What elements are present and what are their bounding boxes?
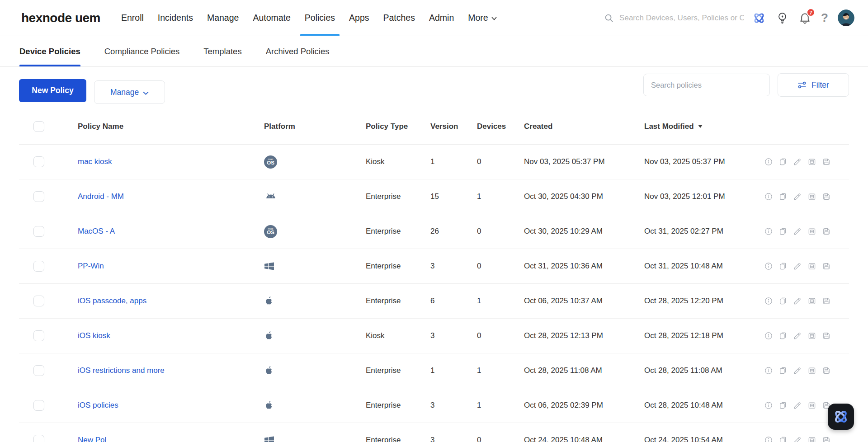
- policy-name-link[interactable]: iOS restrictions and more: [78, 366, 165, 375]
- global-search-input[interactable]: [619, 14, 744, 23]
- edit-pencil-icon[interactable]: [793, 157, 802, 166]
- nav-item-automate[interactable]: Automate: [253, 0, 290, 36]
- column-header-created[interactable]: Created: [524, 122, 644, 131]
- versions-icon[interactable]: [807, 366, 816, 375]
- hexnode-uem-logo[interactable]: hexnode uem: [21, 11, 100, 25]
- nav-item-enroll[interactable]: Enroll: [121, 0, 144, 36]
- new-policy-button[interactable]: New Policy: [19, 79, 86, 102]
- edit-pencil-icon[interactable]: [793, 262, 802, 271]
- policy-name-link[interactable]: MacOS - A: [78, 227, 115, 235]
- copy-icon[interactable]: [778, 157, 788, 166]
- nav-item-policies[interactable]: Policies: [305, 0, 335, 36]
- filter-button[interactable]: Filter: [778, 73, 849, 97]
- info-icon[interactable]: [764, 296, 773, 306]
- row-checkbox[interactable]: [33, 226, 44, 237]
- whats-new-bulb-icon[interactable]: [776, 11, 789, 24]
- policy-name-link[interactable]: iOS passcode, apps: [78, 296, 146, 305]
- info-icon[interactable]: [764, 331, 773, 340]
- save-icon[interactable]: [822, 366, 831, 375]
- edit-pencil-icon[interactable]: [793, 192, 802, 201]
- platform-cell: [264, 296, 366, 306]
- versions-icon[interactable]: [807, 436, 816, 442]
- info-icon[interactable]: [764, 192, 773, 201]
- policy-name-link[interactable]: mac kiosk: [78, 157, 112, 166]
- column-header-platform[interactable]: Platform: [264, 122, 366, 131]
- versions-icon[interactable]: [807, 227, 816, 236]
- versions-icon[interactable]: [807, 262, 816, 271]
- info-icon[interactable]: [764, 436, 773, 442]
- copy-icon[interactable]: [778, 436, 788, 442]
- policy-name-link[interactable]: Android - MM: [78, 192, 124, 201]
- tab-archived-policies[interactable]: Archived Policies: [266, 36, 330, 66]
- info-icon[interactable]: [764, 157, 773, 166]
- info-icon[interactable]: [764, 262, 773, 271]
- tab-device-policies[interactable]: Device Policies: [19, 36, 80, 66]
- row-checkbox[interactable]: [33, 365, 44, 376]
- versions-icon[interactable]: [807, 296, 816, 306]
- nav-item-admin[interactable]: Admin: [429, 0, 454, 36]
- devices-cell: 1: [477, 192, 524, 201]
- user-avatar[interactable]: [838, 9, 854, 26]
- copy-icon[interactable]: [778, 331, 788, 340]
- notifications-bell-icon[interactable]: 7: [798, 11, 811, 24]
- nav-item-patches[interactable]: Patches: [383, 0, 415, 36]
- row-checkbox[interactable]: [33, 191, 44, 202]
- copy-icon[interactable]: [778, 262, 788, 271]
- info-icon[interactable]: [764, 366, 773, 375]
- column-header-last-modified[interactable]: Last Modified: [644, 122, 757, 131]
- row-checkbox[interactable]: [33, 400, 44, 411]
- row-checkbox[interactable]: [33, 435, 44, 442]
- select-all-checkbox[interactable]: [33, 121, 44, 132]
- row-checkbox[interactable]: [33, 296, 44, 306]
- policy-name-link[interactable]: New Pol: [78, 436, 106, 442]
- row-checkbox[interactable]: [33, 261, 44, 272]
- copy-icon[interactable]: [778, 192, 788, 201]
- edit-pencil-icon[interactable]: [793, 436, 802, 442]
- copy-icon[interactable]: [778, 227, 788, 236]
- policy-type-cell: Enterprise: [366, 262, 430, 271]
- column-header-policy-name[interactable]: Policy Name: [78, 122, 264, 131]
- row-checkbox[interactable]: [33, 330, 44, 341]
- table-header-row: Policy Name Platform Policy Type Version…: [19, 108, 849, 145]
- edit-pencil-icon[interactable]: [793, 331, 802, 340]
- save-icon[interactable]: [822, 157, 831, 166]
- copy-icon[interactable]: [778, 401, 788, 410]
- versions-icon[interactable]: [807, 157, 816, 166]
- row-checkbox[interactable]: [33, 156, 44, 167]
- nav-item-manage[interactable]: Manage: [207, 0, 239, 36]
- save-icon[interactable]: [822, 331, 831, 340]
- edit-pencil-icon[interactable]: [793, 401, 802, 410]
- column-header-version[interactable]: Version: [430, 122, 477, 131]
- save-icon[interactable]: [822, 192, 831, 201]
- versions-icon[interactable]: [807, 331, 816, 340]
- save-icon[interactable]: [822, 436, 831, 442]
- info-icon[interactable]: [764, 227, 773, 236]
- help-icon[interactable]: ?: [821, 11, 828, 25]
- hexnode-logo-icon[interactable]: [752, 11, 766, 25]
- table-row: mac kiosk mac OS Kiosk 1 0 Nov 03, 2025 …: [19, 145, 849, 179]
- copy-icon[interactable]: [778, 296, 788, 306]
- info-icon[interactable]: [764, 401, 773, 410]
- hexnode-chat-fab[interactable]: [828, 404, 854, 430]
- search-policies-input[interactable]: [643, 74, 770, 96]
- versions-icon[interactable]: [807, 401, 816, 410]
- nav-item-more[interactable]: More: [468, 0, 496, 36]
- nav-item-apps[interactable]: Apps: [349, 0, 369, 36]
- tab-compliance-policies[interactable]: Compliance Policies: [104, 36, 180, 66]
- edit-pencil-icon[interactable]: [793, 366, 802, 375]
- column-header-policy-type[interactable]: Policy Type: [366, 122, 430, 131]
- save-icon[interactable]: [822, 262, 831, 271]
- manage-dropdown-button[interactable]: Manage: [94, 80, 165, 104]
- save-icon[interactable]: [822, 296, 831, 306]
- policy-name-link[interactable]: iOS kiosk: [78, 331, 110, 340]
- tab-templates[interactable]: Templates: [203, 36, 241, 66]
- edit-pencil-icon[interactable]: [793, 227, 802, 236]
- column-header-devices[interactable]: Devices: [477, 122, 524, 131]
- versions-icon[interactable]: [807, 192, 816, 201]
- nav-item-incidents[interactable]: Incidents: [158, 0, 193, 36]
- edit-pencil-icon[interactable]: [793, 296, 802, 306]
- copy-icon[interactable]: [778, 366, 788, 375]
- policy-name-link[interactable]: iOS policies: [78, 401, 118, 409]
- policy-name-link[interactable]: PP-Win: [78, 262, 104, 270]
- save-icon[interactable]: [822, 227, 831, 236]
